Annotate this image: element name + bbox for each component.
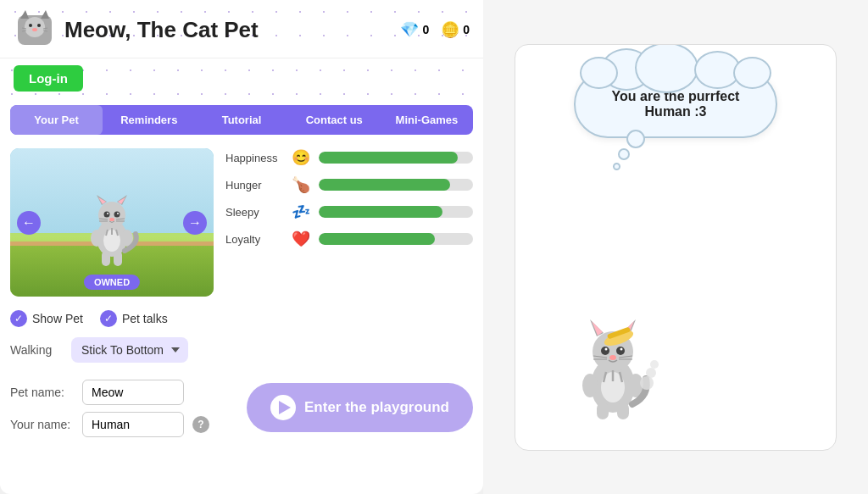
stat-label-hunger: Hunger [225,179,285,191]
svg-point-19 [107,213,108,214]
pet-name-input[interactable] [82,380,184,405]
stat-row-hunger: Hunger 🍗 [225,175,473,194]
stat-bar-fill-sleepy [319,206,442,218]
stat-row-happiness: Happiness 😊 [225,148,473,167]
name-controls: Pet name: Your name: ? [10,380,247,444]
nav-tabs: Your Pet Reminders Tutorial Contact us M… [10,105,473,135]
pet-name-row: Pet name: [10,380,247,405]
svg-point-45 [620,347,623,350]
play-triangle [279,401,291,414]
speech-text: You are the purrfectHuman :3 [612,89,740,119]
cloud-shape: You are the purrfectHuman :3 [574,70,777,138]
stat-label-sleepy: Sleepy [225,206,285,219]
login-button[interactable]: Log-in [14,65,83,92]
show-pet-checkbox[interactable]: ✓ Show Pet [10,310,83,327]
app-title: Meow, The Cat Pet [64,17,259,43]
svg-marker-1 [20,10,29,19]
your-name-label: Your name: [10,418,74,431]
stat-bar-fill-happiness [319,152,458,164]
right-panel: You are the purrfectHuman :3 [483,0,868,494]
svg-point-46 [609,355,616,360]
help-icon[interactable]: ? [192,416,209,433]
svg-point-5 [37,24,41,27]
your-name-input[interactable] [82,412,184,437]
svg-point-61 [650,360,659,369]
show-pet-checkmark: ✓ [10,310,27,327]
coin-icon: 🪙 [441,20,459,39]
stat-label-happiness: Happiness [225,152,285,164]
gem-icon: 💎 [400,20,419,39]
svg-point-44 [605,347,608,350]
cloud-tail-3 [613,163,620,170]
stats-panel: Happiness 😊 Hunger 🍗 Sleepy 💤 [225,148,473,297]
coin-count: 0 [463,23,470,36]
stat-emoji-loyalty: ❤️ [292,230,312,248]
stat-emoji-sleepy: 💤 [292,203,312,221]
svg-point-17 [104,212,110,218]
checkbox-row: ✓ Show Pet ✓ Pet talks [10,310,473,327]
svg-rect-26 [102,251,110,266]
cloud-bump-2 [635,44,698,93]
pet-display: ← → [10,148,214,297]
left-panel: Meow, The Cat Pet 💎 0 🪙 0 Log-in Your Pe… [0,0,483,494]
svg-point-3 [25,17,45,37]
svg-point-60 [646,368,656,378]
walking-label: Walking [10,343,61,357]
pet-prev-button[interactable]: ← [17,211,41,235]
cloud-bubble: You are the purrfectHuman :3 [574,70,777,138]
svg-point-6 [32,28,37,31]
login-row: Log-in [0,58,483,98]
pet-talks-label: Pet talks [122,312,168,325]
tab-your-pet[interactable]: Your Pet [10,105,103,135]
walking-row: Walking Stick To Bottom Walk Around Stay [10,337,473,363]
controls-area: ✓ Show Pet ✓ Pet talks Walking Stick To … [0,303,483,380]
cloud-tail-1 [626,130,645,148]
header: Meow, The Cat Pet 💎 0 🪙 0 [0,0,483,58]
stat-bar-fill-loyalty [319,233,435,245]
tab-contact-us[interactable]: Contact us [288,105,381,135]
svg-point-42 [601,347,609,355]
svg-point-59 [640,376,654,390]
gem-currency: 💎 0 [400,20,429,39]
main-content: ← → [0,142,483,303]
gem-count: 0 [422,23,429,36]
play-icon [270,395,296,420]
svg-marker-2 [41,10,49,19]
svg-point-43 [616,347,625,355]
stat-bar-fill-hunger [319,179,450,191]
svg-point-18 [114,212,120,218]
svg-point-21 [109,218,114,221]
speech-container: You are the purrfectHuman :3 [515,44,837,451]
show-pet-label: Show Pet [32,312,83,325]
tab-reminders[interactable]: Reminders [103,105,195,135]
stat-label-loyalty: Loyalty [225,233,285,246]
stat-bar-bg-loyalty [319,233,473,245]
stat-bar-bg-hunger [319,179,473,191]
walking-select[interactable]: Stick To Bottom Walk Around Stay [71,337,188,363]
coin-currency: 🪙 0 [441,20,470,39]
tab-tutorial[interactable]: Tutorial [195,105,287,135]
stat-bar-bg-sleepy [319,206,473,218]
right-panel-cat [566,303,659,425]
svg-rect-51 [597,402,609,419]
your-name-row: Your name: ? [10,412,247,437]
svg-point-20 [117,213,119,214]
cloud-bump-5 [733,57,771,89]
pet-name-label: Pet name: [10,386,74,399]
svg-point-53 [582,374,598,397]
pet-talks-checkbox[interactable]: ✓ Pet talks [100,310,168,327]
stat-bar-bg-happiness [319,152,473,164]
pet-cat-svg [78,183,146,271]
pet-next-button[interactable]: → [183,211,207,235]
owned-badge: OWNED [84,275,140,290]
enter-btn-label: Enter the playground [304,399,449,416]
svg-rect-52 [617,402,629,419]
bottom-row: Pet name: Your name: ? Enter the playgro… [0,380,483,454]
tab-mini-games[interactable]: Mini-Games [381,105,473,135]
svg-point-4 [29,24,32,27]
pet-talks-checkmark: ✓ [100,310,117,327]
svg-rect-27 [114,251,122,266]
stat-emoji-hunger: 🍗 [292,175,312,194]
enter-playground-button[interactable]: Enter the playground [247,383,473,432]
svg-point-28 [91,230,103,247]
